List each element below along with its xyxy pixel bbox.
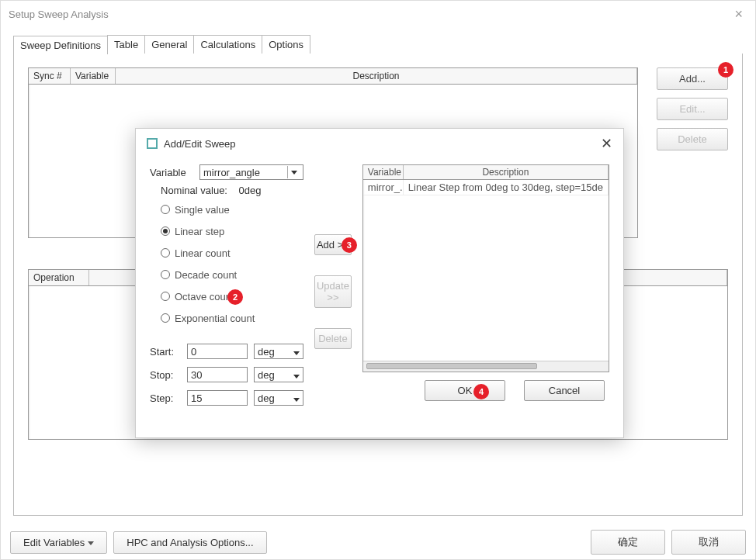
- add-sweep-button[interactable]: Add >> 3: [314, 234, 352, 255]
- update-sweep-button[interactable]: Update >>: [314, 275, 352, 308]
- step-input[interactable]: [187, 390, 248, 406]
- radio-decade-count[interactable]: Decade count: [161, 266, 303, 283]
- step-label: Step:: [150, 392, 181, 404]
- radio-linear-step[interactable]: Linear step: [161, 223, 303, 240]
- chevron-down-icon: [293, 346, 300, 358]
- stop-label: Stop:: [150, 369, 181, 381]
- radio-label: Octave count: [175, 291, 234, 302]
- cell-description: Linear Step from 0deg to 30deg, step=15d…: [404, 180, 609, 195]
- badge-3: 3: [342, 237, 357, 253]
- radio-octave-count[interactable]: Octave count 2: [161, 288, 303, 305]
- chevron-down-icon: [287, 166, 300, 178]
- radio-label: Single value: [175, 204, 230, 216]
- radio-label: Exponential count: [175, 313, 255, 324]
- step-unit-combo[interactable]: deg: [254, 390, 303, 406]
- dialog-ok-button[interactable]: OK 4: [425, 380, 505, 401]
- chevron-down-icon: [293, 392, 300, 404]
- dialog-titlebar: Add/Edit Sweep ✕: [136, 129, 623, 158]
- variable-row: Variable mirror_angle: [150, 164, 303, 180]
- nominal-label: Nominal value:: [161, 185, 227, 196]
- stop-unit-combo[interactable]: deg: [254, 367, 303, 382]
- delete-sweep-button[interactable]: Delete: [314, 328, 352, 349]
- radio-icon: [161, 226, 170, 236]
- radio-label: Linear step: [175, 226, 224, 237]
- stop-input[interactable]: [187, 367, 248, 382]
- step-row: Step: deg: [150, 390, 303, 406]
- radio-linear-count[interactable]: Linear count: [161, 244, 303, 261]
- dialog-body: Variable mirror_angle Nominal value: 0de…: [136, 158, 623, 437]
- dialog-close-icon[interactable]: ✕: [601, 135, 612, 152]
- variable-label: Variable: [150, 167, 193, 178]
- radio-label: Linear count: [175, 247, 231, 259]
- modal-overlay: Add/Edit Sweep ✕ Variable mirror_angle N…: [0, 0, 756, 560]
- scrollbar-thumb[interactable]: [366, 363, 537, 369]
- sweep-list-column: Variable Description mirror_... Linear S…: [362, 164, 609, 437]
- tab-sweep-definitions[interactable]: Sweep Definitions: [13, 36, 108, 54]
- sweep-params-column: Variable mirror_angle Nominal value: 0de…: [150, 164, 303, 437]
- sweep-list-table[interactable]: Variable Description mirror_... Linear S…: [362, 164, 609, 372]
- horizontal-scrollbar[interactable]: [363, 361, 609, 372]
- badge-1: 1: [718, 62, 733, 78]
- dialog-icon: [147, 138, 158, 149]
- table-row[interactable]: mirror_... Linear Step from 0deg to 30de…: [363, 180, 609, 195]
- radio-label: Decade count: [175, 269, 237, 281]
- radio-icon: [161, 292, 170, 301]
- badge-2: 2: [227, 289, 243, 305]
- col-variable: Variable: [363, 165, 404, 179]
- chevron-down-icon: [293, 369, 300, 381]
- dialog-ok-label: OK: [458, 385, 473, 396]
- radio-icon: [161, 248, 170, 258]
- start-unit-combo[interactable]: deg: [254, 344, 303, 359]
- nominal-row: Nominal value: 0deg: [161, 185, 303, 196]
- dialog-title: Add/Edit Sweep: [164, 138, 601, 150]
- add-edit-sweep-dialog: Add/Edit Sweep ✕ Variable mirror_angle N…: [135, 128, 624, 438]
- dialog-footer: OK 4 Cancel: [362, 380, 609, 401]
- col-description: Description: [404, 165, 609, 179]
- sweep-list-header: Variable Description: [363, 165, 609, 180]
- start-label: Start:: [150, 346, 181, 358]
- stop-row: Stop: deg: [150, 367, 303, 382]
- radio-icon: [161, 270, 170, 279]
- radio-single-value[interactable]: Single value: [161, 201, 303, 218]
- dialog-cancel-button[interactable]: Cancel: [524, 380, 605, 401]
- transfer-buttons-column: Add >> 3 Update >> Delete: [314, 164, 352, 437]
- radio-icon: [161, 205, 170, 214]
- nominal-value: 0deg: [238, 185, 261, 196]
- radio-icon: [161, 313, 170, 323]
- main-window: Setup Sweep Analysis × Sweep Definitions…: [0, 0, 756, 560]
- start-input[interactable]: [187, 344, 248, 359]
- cell-variable: mirror_...: [363, 180, 404, 195]
- variable-value: mirror_angle: [203, 167, 260, 178]
- badge-4: 4: [473, 384, 489, 399]
- radio-exponential-count[interactable]: Exponential count: [161, 309, 303, 327]
- variable-combo[interactable]: mirror_angle: [199, 164, 303, 180]
- start-row: Start: deg: [150, 344, 303, 359]
